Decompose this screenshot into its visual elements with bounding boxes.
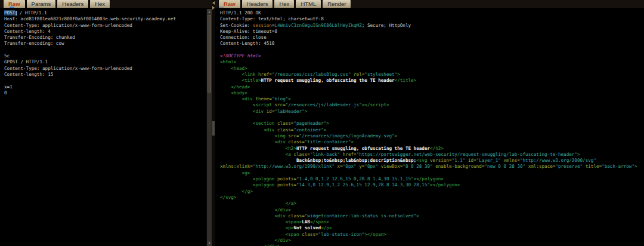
tab-label: Headers — [62, 1, 83, 7]
code-line: </head> — [220, 84, 644, 90]
request-editor[interactable]: POST / HTTP/1.1Host: acd81f801ea6821c800… — [0, 9, 206, 246]
splitter-handle[interactable] — [212, 121, 215, 136]
code-line: Keep-Alive: timeout=0 — [220, 29, 644, 35]
code-line: <a class="link-back" href="https://ports… — [220, 152, 644, 158]
tab-label: Hex — [95, 1, 105, 7]
code-line: <polygon points="14.3,0 12.9,1.2 25.6,15… — [220, 182, 644, 188]
response-panel: RawHeadersHexHTMLRender HTTP/1.1 200 OKC… — [215, 0, 644, 246]
code-line: </div> — [220, 238, 644, 244]
code-line: <polygon points="1.4,0 0,1.2 12.6,15 0,2… — [220, 176, 644, 182]
code-line: <div class="title-container"> — [220, 139, 644, 145]
code-line: HTTP/1.1 200 OK — [220, 10, 644, 16]
code-line: <html> — [220, 59, 644, 65]
code-line: xmlns:xlink="http://www.w3.org/1999/xlin… — [220, 164, 644, 170]
scroll-up-icon[interactable]: ▲ — [207, 9, 212, 14]
tab-params[interactable]: Params — [26, 0, 57, 8]
tab-label: Raw — [224, 1, 236, 7]
code-line: Content-Type: application/x-www-form-url… — [4, 66, 206, 72]
scroll-down-icon[interactable]: ▼ — [207, 241, 212, 246]
tab-html[interactable]: HTML — [295, 0, 321, 8]
tab-label: Hex — [279, 1, 289, 7]
code-line: <div class="widgetcontainer-lab-status i… — [220, 213, 644, 219]
code-line: <link href="/resources/css/labsBlog.css"… — [220, 72, 644, 78]
code-line: <img src="/resources/images/logoAcademy.… — [220, 133, 644, 139]
code-line: Content-Type: text/html; charset=utf-8 — [220, 16, 644, 22]
tab-headers[interactable]: Headers — [57, 0, 89, 8]
tab-label: Render — [327, 1, 346, 7]
code-line: <script src="/resources/js/labHeader.js"… — [220, 102, 644, 108]
code-line — [220, 115, 644, 121]
code-line: Transfer-Encoding: chunked — [4, 35, 206, 41]
collapse-right-icon[interactable] — [212, 6, 215, 10]
code-line: <section class="pageHeader"> — [220, 121, 644, 127]
code-line: </div> — [220, 244, 644, 246]
tab-label: Params — [32, 1, 51, 7]
burp-repeater-window: RawParamsHeadersHex POST / HTTP/1.1Host:… — [0, 0, 644, 246]
code-line: 0 — [4, 90, 206, 96]
code-line: <head> — [220, 66, 644, 72]
code-line: </g> — [220, 189, 644, 195]
code-line: <div theme="blog"> — [220, 96, 644, 102]
response-viewer[interactable]: HTTP/1.1 200 OKContent-Type: text/html; … — [215, 9, 644, 246]
request-panel: RawParamsHeadersHex POST / HTTP/1.1Host:… — [0, 0, 212, 246]
collapse-left-icon[interactable] — [212, 1, 215, 5]
code-line: </div> — [220, 207, 644, 213]
code-line: Set-Cookie: session=L4WnivC3znGWguIGn9E8… — [220, 23, 644, 29]
tab-label: Headers — [247, 1, 268, 7]
code-line: </a> — [220, 201, 644, 207]
code-line: GPOST / HTTP/1.1 — [4, 59, 206, 65]
code-line: <div class="container"> — [220, 127, 644, 133]
code-line: </svg> — [220, 195, 644, 201]
code-line: <div id="labHeader"> — [220, 109, 644, 115]
code-line: POST / HTTP/1.1 — [4, 10, 206, 16]
code-line: Content-length: 15 — [4, 72, 206, 78]
code-line: Content-length: 4 — [4, 29, 206, 35]
code-line: <g> — [220, 170, 644, 176]
code-line: Transfer-encoding: cow — [4, 41, 206, 47]
code-line: <!DOCTYPE html> — [220, 53, 644, 59]
active-tab-marker — [219, 7, 224, 8]
code-line: Content-Type: application/x-www-form-url… — [4, 23, 206, 29]
tab-render[interactable]: Render — [322, 0, 351, 8]
tab-headers[interactable]: Headers — [242, 0, 274, 8]
code-line: <span class="lab-status-icon"></span> — [220, 232, 644, 238]
tab-hex[interactable]: Hex — [274, 0, 295, 8]
code-line — [4, 47, 206, 53]
code-line: <h2>HTTP request smuggling, obfuscating … — [220, 146, 644, 152]
code-line: <p>Not solved</p> — [220, 225, 644, 231]
code-line: x=1 — [4, 84, 206, 90]
code-line: Content-Length: 4510 — [220, 41, 644, 47]
code-line: 5c — [4, 53, 206, 59]
active-tab-marker — [10, 7, 14, 8]
code-line: <span>LAB</span> — [220, 219, 644, 225]
code-line: <body> — [220, 90, 644, 96]
code-line: Back&nbsp;to&nbsp;lab&nbsp;description&n… — [220, 158, 644, 164]
code-line: Connection: close — [220, 35, 644, 41]
tab-label: HTML — [301, 1, 316, 7]
code-line: <title>HTTP request smuggling, obfuscati… — [220, 78, 644, 84]
code-line — [220, 47, 644, 53]
request-tabbar: RawParamsHeadersHex — [0, 0, 212, 8]
scrollbar-thumb[interactable] — [208, 15, 211, 93]
request-scrollbar[interactable]: ▲ ▼ — [206, 9, 212, 246]
code-line — [4, 78, 206, 84]
response-tabbar: RawHeadersHexHTMLRender — [215, 0, 644, 8]
code-line: Host: acd81f801ea6821c800f0a5f0014003e.w… — [4, 16, 206, 22]
tab-hex[interactable]: Hex — [89, 0, 110, 8]
